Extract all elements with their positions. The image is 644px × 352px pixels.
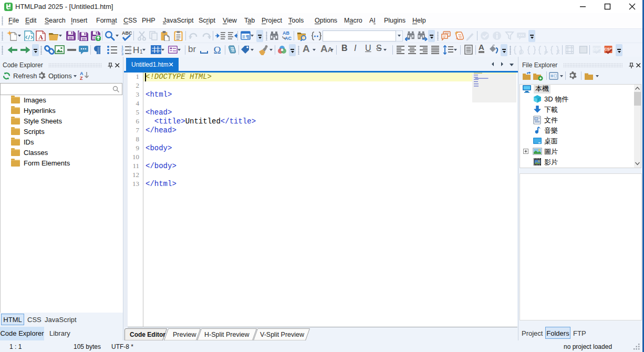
- svg-text:H-Split Preview: H-Split Preview: [204, 331, 250, 338]
- svg-text:A: A: [38, 34, 43, 41]
- svg-text:Z: Z: [80, 76, 83, 81]
- svg-text:Ω: Ω: [213, 45, 221, 55]
- svg-text:ABC: ABC: [122, 30, 132, 36]
- svg-text:Code Editor: Code Editor: [130, 331, 165, 338]
- svg-text:3: 3: [121, 52, 123, 56]
- svg-text:H: H: [133, 45, 139, 55]
- svg-text:AC: AC: [285, 36, 292, 41]
- svg-text:AB: AB: [283, 30, 289, 36]
- svg-text:Preview: Preview: [173, 331, 196, 338]
- svg-text:V-Split Preview: V-Split Preview: [260, 331, 305, 338]
